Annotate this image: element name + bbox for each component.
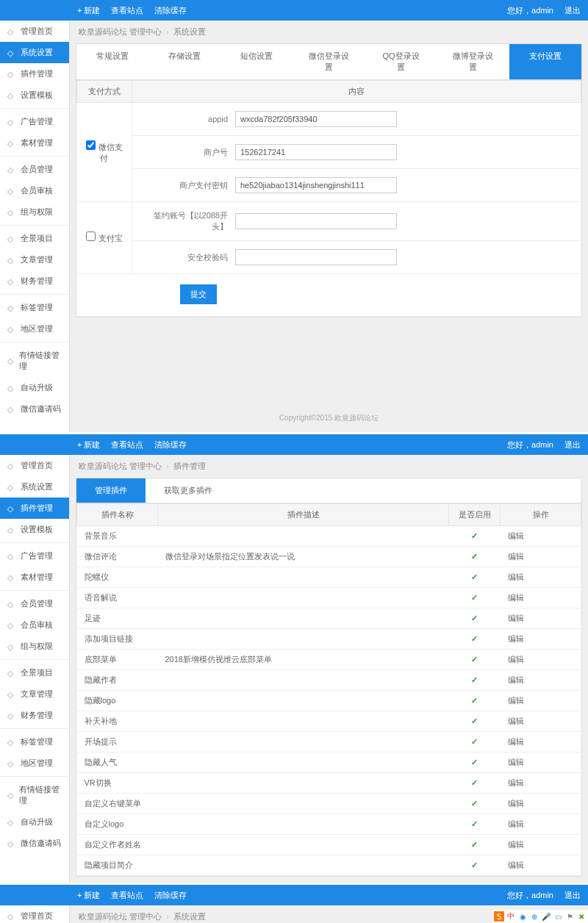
sidebar-item[interactable]: ◇会员管理 bbox=[0, 593, 69, 614]
tab[interactable]: 存储设置 bbox=[148, 44, 220, 79]
edit-link[interactable]: 编辑 bbox=[508, 531, 524, 540]
merchant-key-input[interactable] bbox=[235, 177, 397, 193]
alipay-cell: 支付宝 bbox=[77, 202, 132, 274]
logout-button[interactable]: 退出 bbox=[564, 890, 581, 901]
sidebar-item[interactable]: ◇管理首页 bbox=[0, 455, 69, 476]
sidebar-item[interactable]: ◇组与权限 bbox=[0, 636, 69, 657]
sidebar-item[interactable]: ◇有情链接管理 bbox=[0, 345, 69, 377]
tab-more-plugins[interactable]: 获取更多插件 bbox=[146, 478, 231, 503]
edit-link[interactable]: 编辑 bbox=[508, 655, 524, 664]
edit-link[interactable]: 编辑 bbox=[508, 572, 524, 581]
sidebar-item[interactable]: ◇会员管理 bbox=[0, 159, 69, 180]
sidebar-item[interactable]: ◇插件管理 bbox=[0, 63, 69, 85]
clear-cache-button[interactable]: 清除缓存 bbox=[154, 890, 187, 901]
sidebar-item[interactable]: ◇系统设置 bbox=[0, 42, 69, 63]
sidebar-item[interactable]: ◇自动升级 bbox=[0, 811, 69, 833]
sidebar-item[interactable]: ◇有情链接管理 bbox=[0, 779, 69, 811]
sidebar-item[interactable]: ◇全景项目 bbox=[0, 228, 69, 249]
edit-link[interactable]: 编辑 bbox=[508, 861, 524, 869]
sidebar-item[interactable]: ◇素材管理 bbox=[0, 567, 69, 588]
table-row: 自定义logo✓编辑 bbox=[77, 814, 581, 835]
tab-manage-plugins[interactable]: 管理插件 bbox=[76, 478, 146, 503]
sidebar-item[interactable]: ◇组与权限 bbox=[0, 201, 69, 223]
edit-link[interactable]: 编辑 bbox=[508, 614, 524, 622]
sidebar-item[interactable]: ◇微信邀请码 bbox=[0, 398, 69, 420]
taskbar-icon[interactable]: 🎤 bbox=[541, 911, 551, 922]
sidebar-item[interactable]: ◇标签管理 bbox=[0, 297, 69, 318]
sidebar-item[interactable]: ◇广告管理 bbox=[0, 545, 69, 567]
edit-link[interactable]: 编辑 bbox=[508, 593, 524, 602]
sidebar-item[interactable]: ◇管理首页 bbox=[0, 21, 69, 42]
check-icon: ✓ bbox=[471, 572, 478, 581]
tab[interactable]: 短信设置 bbox=[220, 44, 293, 79]
tab[interactable]: 常规设置 bbox=[76, 44, 148, 79]
sidebar-item[interactable]: ◇设置模板 bbox=[0, 519, 69, 540]
sidebar-item[interactable]: ◇管理首页 bbox=[0, 905, 69, 923]
edit-link[interactable]: 编辑 bbox=[508, 778, 524, 787]
sidebar-item[interactable]: ◇财务管理 bbox=[0, 705, 69, 726]
table-row: 足迹✓编辑 bbox=[77, 608, 581, 629]
sidebar-item[interactable]: ◇标签管理 bbox=[0, 731, 69, 753]
alipay-checkbox[interactable] bbox=[86, 231, 96, 241]
check-icon: ✓ bbox=[471, 614, 478, 622]
menu-icon: ◇ bbox=[7, 504, 16, 513]
new-button[interactable]: +新建 bbox=[77, 890, 100, 901]
menu-icon: ◇ bbox=[7, 405, 16, 414]
edit-link[interactable]: 编辑 bbox=[508, 819, 524, 828]
edit-link[interactable]: 编辑 bbox=[508, 758, 524, 766]
edit-link[interactable]: 编辑 bbox=[508, 799, 524, 808]
taskbar-icon[interactable]: 中 bbox=[506, 911, 516, 922]
sidebar-item[interactable]: ◇会员审核 bbox=[0, 614, 69, 636]
tab[interactable]: 支付设置 bbox=[509, 44, 581, 79]
view-site-button[interactable]: 查看站点 bbox=[111, 890, 143, 901]
taskbar-icon[interactable]: ⊕ bbox=[529, 911, 539, 922]
merchant-input[interactable] bbox=[235, 144, 397, 160]
safecode-input[interactable] bbox=[235, 249, 397, 265]
appid-input[interactable] bbox=[235, 111, 397, 127]
menu-icon: ◇ bbox=[7, 711, 16, 720]
tab[interactable]: 微信登录设置 bbox=[293, 44, 365, 79]
edit-link[interactable]: 编辑 bbox=[508, 717, 524, 725]
sidebar-item[interactable]: ◇素材管理 bbox=[0, 132, 69, 154]
edit-link[interactable]: 编辑 bbox=[508, 696, 524, 705]
check-icon: ✓ bbox=[471, 634, 478, 643]
tab[interactable]: 微博登录设置 bbox=[437, 44, 509, 79]
new-button[interactable]: +新建 bbox=[77, 439, 100, 450]
edit-link[interactable]: 编辑 bbox=[508, 634, 524, 643]
menu-icon: ◇ bbox=[7, 165, 16, 174]
edit-link[interactable]: 编辑 bbox=[508, 840, 524, 849]
check-icon: ✓ bbox=[471, 696, 478, 705]
view-site-button[interactable]: 查看站点 bbox=[111, 439, 143, 450]
sidebar-item[interactable]: ◇地区管理 bbox=[0, 753, 69, 774]
sidebar-item[interactable]: ◇文章管理 bbox=[0, 683, 69, 705]
sidebar-item[interactable]: ◇财务管理 bbox=[0, 270, 69, 292]
taskbar-icon[interactable]: ▭ bbox=[553, 911, 563, 922]
new-button[interactable]: +新建 bbox=[77, 5, 100, 16]
clear-cache-button[interactable]: 清除缓存 bbox=[154, 5, 187, 16]
logout-button[interactable]: 退出 bbox=[564, 5, 581, 16]
view-site-button[interactable]: 查看站点 bbox=[111, 5, 143, 16]
sidebar-item[interactable]: ◇插件管理 bbox=[0, 498, 69, 519]
clear-cache-button[interactable]: 清除缓存 bbox=[154, 439, 187, 450]
sidebar-item[interactable]: ◇文章管理 bbox=[0, 249, 69, 270]
sidebar-item[interactable]: ◇系统设置 bbox=[0, 476, 69, 498]
sidebar-item[interactable]: ◇设置模板 bbox=[0, 85, 69, 106]
taskbar-icon[interactable]: ✖ bbox=[576, 911, 587, 922]
sidebar-item[interactable]: ◇广告管理 bbox=[0, 111, 69, 132]
edit-link[interactable]: 编辑 bbox=[508, 737, 524, 746]
sidebar-item[interactable]: ◇地区管理 bbox=[0, 318, 69, 340]
sidebar-item[interactable]: ◇全景项目 bbox=[0, 662, 69, 683]
logout-button[interactable]: 退出 bbox=[564, 439, 581, 450]
edit-link[interactable]: 编辑 bbox=[508, 675, 524, 684]
taskbar-icon[interactable]: ⚑ bbox=[564, 911, 575, 922]
wxpay-checkbox[interactable] bbox=[86, 140, 96, 150]
sidebar-item[interactable]: ◇自动升级 bbox=[0, 377, 69, 398]
contract-input[interactable] bbox=[235, 213, 397, 229]
sidebar-item[interactable]: ◇会员审核 bbox=[0, 180, 69, 201]
edit-link[interactable]: 编辑 bbox=[508, 552, 524, 561]
sidebar-item[interactable]: ◇微信邀请码 bbox=[0, 833, 69, 854]
taskbar-icon[interactable]: ◉ bbox=[517, 911, 528, 922]
taskbar-icon[interactable]: S bbox=[494, 911, 504, 922]
submit-button[interactable]: 提交 bbox=[180, 284, 217, 304]
tab[interactable]: QQ登录设置 bbox=[365, 44, 437, 79]
